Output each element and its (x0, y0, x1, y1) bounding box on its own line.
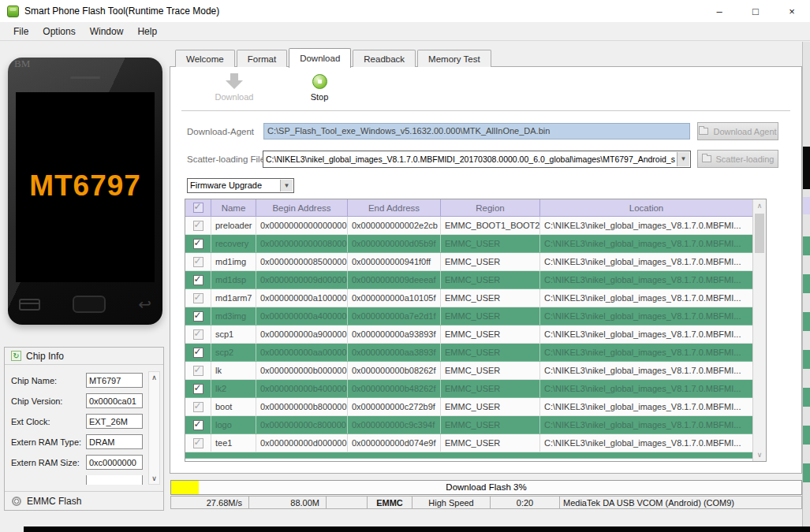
chip-info-scrollbar[interactable]: ∧ ∨ (148, 371, 160, 485)
table-row[interactable]: ✓ boot 0x000000000b800000 0x000000000c27… (185, 398, 752, 416)
status-storage-type: EMMC (368, 497, 412, 508)
tab-welcome[interactable]: Welcome (175, 50, 235, 67)
row-checkbox[interactable]: ✓ (193, 275, 203, 285)
menu-item-options[interactable]: Options (35, 26, 82, 37)
firmware-mode-value: Firmware Upgrade (190, 180, 262, 190)
maximize-button[interactable]: □ (737, 0, 774, 22)
cell-location: C:\NIKEL3\nikel_global_images_V8.1.7.0.M… (540, 344, 752, 361)
row-checkbox[interactable]: ✓ (193, 384, 203, 394)
row-checkbox[interactable]: ✓ (193, 221, 203, 231)
row-checkbox[interactable]: ✓ (193, 402, 203, 412)
scrollbar-thumb[interactable] (755, 214, 764, 253)
cell-name: tee1 (211, 434, 256, 452)
window-title: Smart Phone Flash Tool(Runtime Trace Mod… (24, 6, 219, 17)
cell-region: EMMC_USER (441, 326, 540, 343)
menu-item-help[interactable]: Help (130, 26, 164, 37)
minimize-button[interactable]: – (701, 0, 737, 22)
gear-icon (12, 497, 21, 506)
status-bar: 27.68M/s 88.00M EMMC High Speed 0:20 Med… (170, 496, 802, 509)
table-row[interactable]: ✓ lk 0x000000000b000000 0x000000000b0826… (185, 362, 752, 380)
scroll-down-icon[interactable]: ∨ (149, 474, 159, 482)
cell-begin-address: 0x000000000b400000 (256, 380, 348, 397)
table-row[interactable]: ✓ lk2 0x000000000b400000 0x000000000b482… (185, 380, 752, 398)
table-scrollbar[interactable]: ∧ ∨ (752, 199, 766, 461)
row-checkbox[interactable]: ✓ (193, 239, 203, 249)
phone-brand-badge: BM (14, 58, 30, 70)
tab-readback[interactable]: Readback (353, 50, 416, 67)
cell-location: C:\NIKEL3\nikel_global_images_V8.1.7.0.M… (540, 271, 752, 288)
extern-ram-size-field[interactable]: 0xc0000000 (86, 455, 143, 470)
stop-action-button[interactable]: Stop (289, 73, 350, 102)
extern-ram-type-field[interactable]: DRAM (86, 434, 143, 449)
tab-format[interactable]: Format (237, 50, 287, 67)
download-agent-input[interactable]: C:\SP_Flash_Tool_exe_Windows_v5.1632.00.… (263, 123, 690, 140)
cell-region: EMMC_USER (441, 362, 540, 379)
table-row[interactable]: ✓ recovery 0x0000000000008000 0x00000000… (185, 235, 752, 253)
cell-region: EMMC_USER (441, 235, 540, 252)
column-header-end-address: End Address (348, 199, 441, 216)
chip-name-field[interactable]: MT6797 (86, 373, 143, 388)
cell-name: recovery (211, 235, 256, 252)
firmware-mode-select[interactable]: Firmware Upgrade ▼ (187, 178, 294, 193)
scatter-loading-button[interactable]: Scatter-loading (697, 150, 778, 168)
ext-clock-field[interactable]: EXT_26M (86, 414, 143, 429)
table-row[interactable]: ✓ tee1 0x000000000d000000 0x000000000d07… (185, 434, 752, 452)
cell-begin-address: 0x000000000a100000 (256, 289, 348, 307)
download-agent-button[interactable]: Download Agent (697, 122, 778, 140)
cell-begin-address: 0x0000000000008000 (256, 235, 348, 252)
emmc-flash-section[interactable]: EMMC Flash (5, 491, 163, 510)
status-empty (327, 497, 368, 508)
row-checkbox[interactable]: ✓ (193, 366, 203, 376)
table-row[interactable]: ✓ scp2 0x000000000aa00000 0x000000000aa3… (185, 344, 752, 362)
cell-location: C:\NIKEL3\nikel_global_images_V8.1.7.0.M… (540, 235, 752, 252)
scroll-up-icon[interactable]: ∧ (753, 202, 766, 210)
table-row[interactable]: ✓ md3img 0x000000000a400000 0x000000000a… (185, 307, 752, 326)
download-action-button[interactable]: Download (203, 73, 265, 102)
cell-end-address: 0x000000000c272b9f (348, 398, 441, 415)
cell-location: C:\NIKEL3\nikel_global_images_V8.1.7.0.M… (540, 380, 752, 397)
cell-region: EMMC_USER (441, 416, 540, 433)
row-checkbox[interactable]: ✓ (193, 329, 203, 340)
table-row[interactable]: ✓ scp1 0x000000000a900000 0x000000000a93… (185, 326, 752, 344)
tab-download[interactable]: Download (289, 48, 351, 68)
chip-model-label: MT6797 (16, 169, 155, 202)
cell-end-address: 0x000000000d074e9f (348, 434, 441, 452)
cell-location: C:\NIKEL3\nikel_global_images_V8.1.7.0.M… (540, 398, 752, 415)
row-checkbox[interactable]: ✓ (193, 311, 203, 322)
chip-info-header[interactable]: ↻ Chip Info (5, 348, 163, 365)
table-row[interactable]: ✓ md1img 0x0000000008500000 0x0000000009… (185, 253, 752, 271)
menu-item-file[interactable]: File (6, 26, 35, 37)
cell-location: C:\NIKEL3\nikel_global_images_V8.1.7.0.M… (540, 416, 752, 433)
table-row[interactable]: ✓ logo 0x000000000c800000 0x000000000c9c… (185, 416, 752, 434)
emmc-flash-label: EMMC Flash (27, 496, 81, 507)
table-row[interactable]: ✓ md1dsp 0x0000000009d00000 0x0000000009… (185, 271, 752, 289)
chevron-down-icon[interactable]: ▼ (280, 180, 293, 192)
scroll-down-icon[interactable]: ∨ (753, 451, 766, 459)
scroll-up-icon[interactable]: ∧ (149, 374, 159, 381)
select-all-checkbox[interactable]: ✓ (193, 203, 203, 213)
cell-location: C:\NIKEL3\nikel_global_images_V8.1.7.0.M… (540, 307, 752, 325)
row-checkbox[interactable]: ✓ (193, 438, 203, 448)
chip-info-panel: ↻ Chip Info Chip Name: MT6797 Chip Versi… (4, 347, 164, 511)
chevron-down-icon[interactable]: ▼ (677, 152, 689, 166)
phone-menu-icon (19, 299, 40, 311)
menu-item-window[interactable]: Window (83, 26, 131, 37)
table-row[interactable]: ✓ preloader 0x0000000000000000 0x0000000… (185, 217, 752, 235)
download-agent-button-label: Download Agent (713, 127, 776, 136)
chip-version-label: Chip Version: (11, 396, 62, 406)
chip-version-field[interactable]: 0x0000ca01 (86, 393, 143, 408)
scatter-file-select[interactable]: C:\NIKEL3\nikel_global_images_V8.1.7.0.M… (263, 151, 691, 168)
close-button[interactable]: × (774, 0, 810, 22)
cell-begin-address: 0x0000000009d00000 (256, 271, 348, 288)
cell-begin-address: 0x000000000d000000 (256, 434, 348, 452)
cell-name: md1dsp (211, 271, 256, 288)
row-checkbox[interactable]: ✓ (193, 257, 203, 267)
tab-memory-test[interactable]: Memory Test (417, 50, 491, 67)
row-checkbox[interactable]: ✓ (193, 420, 203, 430)
cell-end-address: 0x000000000c9c394f (348, 416, 441, 433)
menu-bar: File Options Window Help (0, 22, 810, 41)
cell-name: preloader (211, 217, 256, 234)
table-row[interactable]: ✓ md1arm7 0x000000000a100000 0x000000000… (185, 289, 752, 307)
row-checkbox[interactable]: ✓ (193, 293, 203, 303)
row-checkbox[interactable]: ✓ (193, 348, 203, 358)
